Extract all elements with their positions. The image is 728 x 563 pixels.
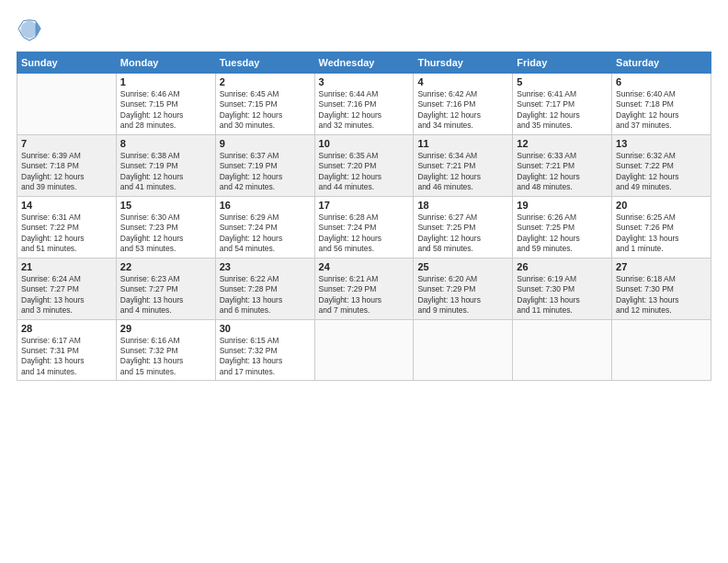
day-info: Sunrise: 6:17 AM Sunset: 7:31 PM Dayligh… bbox=[21, 336, 112, 378]
calendar-cell: 27Sunrise: 6:18 AM Sunset: 7:30 PM Dayli… bbox=[612, 258, 711, 319]
calendar-cell: 2Sunrise: 6:45 AM Sunset: 7:15 PM Daylig… bbox=[215, 74, 314, 135]
calendar-cell: 21Sunrise: 6:24 AM Sunset: 7:27 PM Dayli… bbox=[17, 258, 117, 319]
day-info: Sunrise: 6:46 AM Sunset: 7:15 PM Dayligh… bbox=[120, 89, 211, 132]
calendar-cell: 26Sunrise: 6:19 AM Sunset: 7:30 PM Dayli… bbox=[513, 258, 612, 319]
day-number: 8 bbox=[120, 138, 211, 149]
day-number: 14 bbox=[21, 200, 112, 211]
day-number: 25 bbox=[417, 261, 508, 272]
day-number: 9 bbox=[220, 138, 311, 149]
day-info: Sunrise: 6:27 AM Sunset: 7:25 PM Dayligh… bbox=[417, 213, 508, 255]
calendar-cell: 28Sunrise: 6:17 AM Sunset: 7:31 PM Dayli… bbox=[17, 319, 117, 381]
calendar-cell: 29Sunrise: 6:16 AM Sunset: 7:32 PM Dayli… bbox=[116, 319, 215, 381]
calendar-cell: 1Sunrise: 6:46 AM Sunset: 7:15 PM Daylig… bbox=[116, 74, 215, 135]
day-number: 7 bbox=[21, 138, 112, 149]
calendar-cell bbox=[414, 319, 513, 381]
weekday-header-thursday: Thursday bbox=[414, 52, 513, 74]
calendar-cell: 18Sunrise: 6:27 AM Sunset: 7:25 PM Dayli… bbox=[414, 196, 513, 258]
day-info: Sunrise: 6:18 AM Sunset: 7:30 PM Dayligh… bbox=[616, 274, 707, 316]
day-info: Sunrise: 6:42 AM Sunset: 7:16 PM Dayligh… bbox=[417, 89, 508, 132]
weekday-header-tuesday: Tuesday bbox=[215, 52, 314, 74]
page: SundayMondayTuesdayWednesdayThursdayFrid… bbox=[0, 0, 728, 563]
day-info: Sunrise: 6:28 AM Sunset: 7:24 PM Dayligh… bbox=[319, 213, 410, 255]
day-number: 26 bbox=[517, 261, 608, 272]
day-number: 27 bbox=[616, 261, 707, 272]
day-info: Sunrise: 6:37 AM Sunset: 7:19 PM Dayligh… bbox=[220, 151, 311, 193]
day-number: 3 bbox=[319, 76, 410, 87]
calendar-cell: 5Sunrise: 6:41 AM Sunset: 7:17 PM Daylig… bbox=[513, 74, 612, 135]
calendar-cell: 15Sunrise: 6:30 AM Sunset: 7:23 PM Dayli… bbox=[116, 196, 215, 258]
day-number: 18 bbox=[417, 200, 508, 211]
day-number: 10 bbox=[319, 138, 410, 149]
day-number: 24 bbox=[319, 261, 410, 272]
calendar-cell: 19Sunrise: 6:26 AM Sunset: 7:25 PM Dayli… bbox=[513, 196, 612, 258]
calendar-cell: 16Sunrise: 6:29 AM Sunset: 7:24 PM Dayli… bbox=[215, 196, 314, 258]
calendar: SundayMondayTuesdayWednesdayThursdayFrid… bbox=[17, 52, 711, 381]
day-info: Sunrise: 6:32 AM Sunset: 7:22 PM Dayligh… bbox=[616, 151, 707, 193]
weekday-header-saturday: Saturday bbox=[612, 52, 711, 74]
day-number: 23 bbox=[220, 261, 311, 272]
calendar-week-3: 14Sunrise: 6:31 AM Sunset: 7:22 PM Dayli… bbox=[17, 196, 711, 258]
day-number: 20 bbox=[616, 200, 707, 211]
day-info: Sunrise: 6:19 AM Sunset: 7:30 PM Dayligh… bbox=[517, 274, 608, 316]
day-info: Sunrise: 6:16 AM Sunset: 7:32 PM Dayligh… bbox=[120, 336, 211, 378]
day-info: Sunrise: 6:40 AM Sunset: 7:18 PM Dayligh… bbox=[616, 89, 707, 132]
day-number: 29 bbox=[120, 323, 211, 334]
day-info: Sunrise: 6:23 AM Sunset: 7:27 PM Dayligh… bbox=[120, 274, 211, 316]
calendar-cell: 25Sunrise: 6:20 AM Sunset: 7:29 PM Dayli… bbox=[414, 258, 513, 319]
calendar-cell bbox=[513, 319, 612, 381]
day-info: Sunrise: 6:33 AM Sunset: 7:21 PM Dayligh… bbox=[517, 151, 608, 193]
calendar-cell bbox=[314, 319, 414, 381]
day-number: 5 bbox=[517, 76, 608, 87]
calendar-cell: 12Sunrise: 6:33 AM Sunset: 7:21 PM Dayli… bbox=[513, 134, 612, 196]
day-number: 15 bbox=[120, 200, 211, 211]
calendar-week-1: 1Sunrise: 6:46 AM Sunset: 7:15 PM Daylig… bbox=[17, 74, 711, 135]
calendar-cell: 13Sunrise: 6:32 AM Sunset: 7:22 PM Dayli… bbox=[612, 134, 711, 196]
header bbox=[17, 17, 711, 42]
day-number: 13 bbox=[616, 138, 707, 149]
calendar-cell: 30Sunrise: 6:15 AM Sunset: 7:32 PM Dayli… bbox=[215, 319, 314, 381]
day-info: Sunrise: 6:21 AM Sunset: 7:29 PM Dayligh… bbox=[319, 274, 410, 316]
day-info: Sunrise: 6:35 AM Sunset: 7:20 PM Dayligh… bbox=[319, 151, 410, 193]
calendar-week-2: 7Sunrise: 6:39 AM Sunset: 7:18 PM Daylig… bbox=[17, 134, 711, 196]
day-info: Sunrise: 6:26 AM Sunset: 7:25 PM Dayligh… bbox=[517, 213, 608, 255]
calendar-cell: 10Sunrise: 6:35 AM Sunset: 7:20 PM Dayli… bbox=[314, 134, 414, 196]
calendar-week-5: 28Sunrise: 6:17 AM Sunset: 7:31 PM Dayli… bbox=[17, 319, 711, 381]
day-number: 11 bbox=[417, 138, 508, 149]
calendar-cell bbox=[17, 74, 117, 135]
day-info: Sunrise: 6:30 AM Sunset: 7:23 PM Dayligh… bbox=[120, 213, 211, 255]
day-number: 12 bbox=[517, 138, 608, 149]
day-info: Sunrise: 6:20 AM Sunset: 7:29 PM Dayligh… bbox=[417, 274, 508, 316]
calendar-cell: 9Sunrise: 6:37 AM Sunset: 7:19 PM Daylig… bbox=[215, 134, 314, 196]
day-info: Sunrise: 6:41 AM Sunset: 7:17 PM Dayligh… bbox=[517, 89, 608, 132]
day-info: Sunrise: 6:24 AM Sunset: 7:27 PM Dayligh… bbox=[21, 274, 112, 316]
day-info: Sunrise: 6:25 AM Sunset: 7:26 PM Dayligh… bbox=[616, 213, 707, 255]
day-number: 16 bbox=[220, 200, 311, 211]
calendar-cell: 14Sunrise: 6:31 AM Sunset: 7:22 PM Dayli… bbox=[17, 196, 117, 258]
day-info: Sunrise: 6:38 AM Sunset: 7:19 PM Dayligh… bbox=[120, 151, 211, 193]
day-info: Sunrise: 6:34 AM Sunset: 7:21 PM Dayligh… bbox=[417, 151, 508, 193]
calendar-cell bbox=[612, 319, 711, 381]
day-number: 17 bbox=[319, 200, 410, 211]
day-info: Sunrise: 6:45 AM Sunset: 7:15 PM Dayligh… bbox=[220, 89, 311, 132]
day-number: 4 bbox=[417, 76, 508, 87]
day-number: 19 bbox=[517, 200, 608, 211]
calendar-header-row: SundayMondayTuesdayWednesdayThursdayFrid… bbox=[17, 52, 711, 74]
weekday-header-friday: Friday bbox=[513, 52, 612, 74]
calendar-cell: 6Sunrise: 6:40 AM Sunset: 7:18 PM Daylig… bbox=[612, 74, 711, 135]
calendar-cell: 22Sunrise: 6:23 AM Sunset: 7:27 PM Dayli… bbox=[116, 258, 215, 319]
calendar-cell: 4Sunrise: 6:42 AM Sunset: 7:16 PM Daylig… bbox=[414, 74, 513, 135]
calendar-cell: 20Sunrise: 6:25 AM Sunset: 7:26 PM Dayli… bbox=[612, 196, 711, 258]
calendar-cell: 23Sunrise: 6:22 AM Sunset: 7:28 PM Dayli… bbox=[215, 258, 314, 319]
day-info: Sunrise: 6:15 AM Sunset: 7:32 PM Dayligh… bbox=[220, 336, 311, 378]
calendar-cell: 3Sunrise: 6:44 AM Sunset: 7:16 PM Daylig… bbox=[314, 74, 414, 135]
logo-icon bbox=[17, 17, 42, 42]
day-info: Sunrise: 6:31 AM Sunset: 7:22 PM Dayligh… bbox=[21, 213, 112, 255]
calendar-week-4: 21Sunrise: 6:24 AM Sunset: 7:27 PM Dayli… bbox=[17, 258, 711, 319]
logo bbox=[17, 17, 46, 42]
calendar-cell: 8Sunrise: 6:38 AM Sunset: 7:19 PM Daylig… bbox=[116, 134, 215, 196]
calendar-cell: 11Sunrise: 6:34 AM Sunset: 7:21 PM Dayli… bbox=[414, 134, 513, 196]
day-number: 6 bbox=[616, 76, 707, 87]
day-number: 1 bbox=[120, 76, 211, 87]
calendar-cell: 17Sunrise: 6:28 AM Sunset: 7:24 PM Dayli… bbox=[314, 196, 414, 258]
day-info: Sunrise: 6:44 AM Sunset: 7:16 PM Dayligh… bbox=[319, 89, 410, 132]
